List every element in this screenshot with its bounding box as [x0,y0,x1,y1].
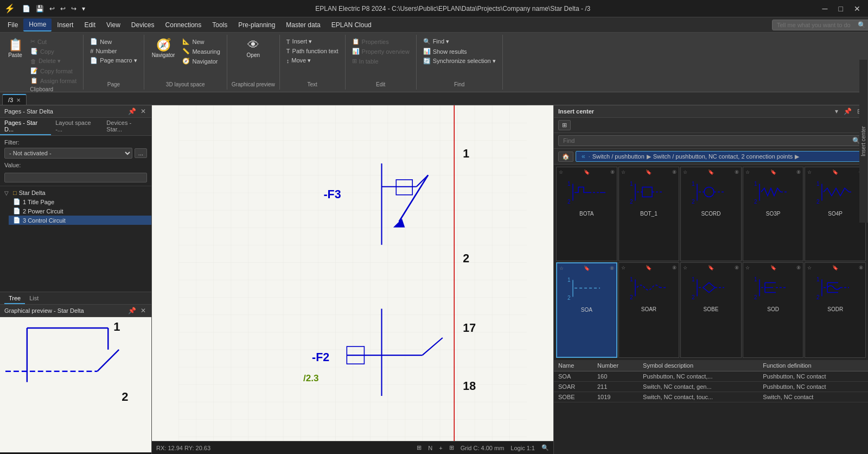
copy-format-button[interactable]: 📝 Copy format [28,66,79,75]
sym-star-soa[interactable]: ☆ [559,266,564,271]
filter-select[interactable]: - Not activated - [4,148,132,159]
tree-item-powercircuit[interactable]: 📄 2 Power Circuit [9,206,151,216]
insert-text-button[interactable]: T Insert ▾ [284,37,341,46]
menu-eplancloud[interactable]: EPLAN Cloud [326,19,377,31]
preview-pin-button[interactable]: 📌 [127,307,137,314]
sym-flag-sod[interactable]: 🔖 [770,265,776,270]
tree-item-stardelta[interactable]: ▽ □ Star Delta [0,188,151,197]
show-results-button[interactable]: 📊 Show results [421,47,498,56]
maximize-button[interactable]: □ [835,3,846,14]
sym-star1[interactable]: ☆ [559,169,563,175]
zoom-icon[interactable]: 🔍 [541,444,549,451]
sym-star-soar[interactable]: ☆ [621,265,626,270]
tab-tree[interactable]: Tree [4,293,25,304]
symbol-BOT1[interactable]: ☆ 🔖 ⑧ 1 2 BOT_1 [618,167,680,261]
properties-button[interactable]: 📋 Properties [350,37,412,46]
tab-close-icon[interactable]: ✕ [16,97,21,103]
tab-list[interactable]: List [25,293,43,304]
sym-flag-bot1[interactable]: 🔖 [646,169,652,175]
page-macro-button[interactable]: 📄 Page macro ▾ [88,56,139,65]
insert-search-input[interactable] [558,135,864,146]
menu-masterdata[interactable]: Master data [280,19,326,31]
qa-undo1[interactable]: ↩ [48,5,56,12]
insert-dropdown-button[interactable]: ▾ [834,108,839,115]
panel-pin-button[interactable]: 📌 [127,108,137,115]
table-icon[interactable]: ⊞ [449,444,454,451]
insert-pin-button[interactable]: 📌 [843,108,853,115]
menu-view[interactable]: View [101,19,126,31]
cut-button[interactable]: ✂ Cut [28,37,79,46]
menu-tools[interactable]: Tools [207,19,233,31]
sym-flag-sobe[interactable]: 🔖 [708,265,714,270]
in-table-button[interactable]: ⊞ In table [350,56,412,66]
tab-pages[interactable]: Pages - Star D... [0,118,51,135]
qa-redo[interactable]: ↪ [69,5,78,12]
copy-button[interactable]: 📑 Copy [28,47,79,56]
close-button[interactable]: ✕ [851,3,864,14]
tree-item-titlepage[interactable]: 📄 1 Title Page [9,197,151,206]
breadcrumb-part1[interactable]: Switch / pushbutton [592,153,644,160]
table-row-sobe[interactable]: SOBE 1019 Switch, NC contact, touc... Sw… [554,392,868,402]
sym-star-bot1[interactable]: ☆ [621,169,626,175]
sym-flag-so4p[interactable]: 🔖 [832,169,838,175]
col-number[interactable]: Number [593,360,639,371]
symbol-SO3P[interactable]: ☆ 🔖 ⑧ 1 2 SO3P [743,167,804,261]
menu-connections[interactable]: Connections [160,19,207,31]
add-icon[interactable]: + [439,445,442,451]
col-symbol-desc[interactable]: Symbol description [639,360,758,371]
move-button[interactable]: ↕ Move ▾ [284,56,341,65]
sym-star-scord[interactable]: ☆ [683,169,687,175]
tab-devices[interactable]: Devices - Star... [102,118,151,135]
panel-close-button[interactable]: ✕ [139,108,147,115]
number-button[interactable]: # Number [88,47,139,55]
paste-button[interactable]: 📋 Paste [4,37,26,70]
menu-insert[interactable]: Insert [52,19,79,31]
new-3d-button[interactable]: 📐 New [180,37,222,46]
sym-star-sodr[interactable]: ☆ [807,265,812,270]
symbol-SO4P[interactable]: ☆ 🔖 ⑧ 1 2 SO4P [805,167,866,261]
menu-edit[interactable]: Edit [79,19,101,31]
ribbon-search-input[interactable] [772,20,868,30]
sym-flag-soa[interactable]: 🔖 [584,266,590,271]
sym-star-sobe[interactable]: ☆ [683,265,687,270]
sym-star-so4p[interactable]: ☆ [807,169,812,175]
filter-extra-button[interactable]: ... [135,148,147,158]
qa-save[interactable]: 💾 [34,5,46,12]
breadcrumb-back-button[interactable]: « [580,153,586,160]
breadcrumb-home-button[interactable]: 🏠 [558,152,573,162]
symbol-SOD[interactable]: ☆ 🔖 ⑧ 1 2 SOD [743,262,804,358]
new-page-button[interactable]: 📄 New [88,37,139,46]
menu-file[interactable]: File [2,19,23,31]
navigator-small-button[interactable]: 🧭 Navigator [180,56,222,66]
minimize-button[interactable]: ─ [819,3,831,14]
col-func-def[interactable]: Function definition [758,360,868,371]
preview-close-button[interactable]: ✕ [139,307,147,314]
open-preview-button[interactable]: 👁 Open [242,37,264,70]
symbol-SOA[interactable]: ☆ 🔖 ⑧ 1 2 SOA [556,262,617,358]
navigator-3d-button[interactable]: 🧭 Navigator [149,37,178,70]
breadcrumb-part2[interactable]: Switch / pushbutton, NC contact, 2 conne… [653,153,793,160]
tab-3[interactable]: /3 ✕ [2,94,27,105]
property-overview-button[interactable]: 📊 Property overview [350,47,412,56]
symbol-SOAR[interactable]: ☆ 🔖 ⑧ 1 2 SOAR [618,262,680,358]
find-button[interactable]: 🔍 Find ▾ [421,37,498,46]
table-row-soar[interactable]: SOAR 211 Switch, NC contact, gen... Push… [554,382,868,392]
synchronize-button[interactable]: 🔄 Synchronize selection ▾ [421,56,498,66]
sym-flag-soar[interactable]: 🔖 [646,265,652,270]
tree-item-controlcircuit[interactable]: 📄 3 Control Circuit [9,216,151,225]
symbol-SOBE[interactable]: ☆ 🔖 ⑧ 1 2 SOBE [680,262,742,358]
table-row-soa[interactable]: SOA 160 Pushbutton, NC contact,... Pushb… [554,371,868,382]
measuring-button[interactable]: 📏 Measuring [180,47,222,56]
value-input[interactable] [4,173,147,182]
sym-flag-scord[interactable]: 🔖 [708,169,714,175]
sym-star-sod[interactable]: ☆ [745,265,750,270]
qa-new[interactable]: 📄 [21,5,32,12]
sym-flag-sodr[interactable]: 🔖 [832,265,838,270]
col-name[interactable]: Name [554,360,593,371]
delete-button[interactable]: 🗑 Delete ▾ [28,56,79,66]
menu-home[interactable]: Home [23,18,52,31]
symbol-SODR[interactable]: ☆ 🔖 ⑧ 1 2 SODR [805,262,866,358]
sym-flag1[interactable]: 🔖 [584,169,590,175]
assign-format-button[interactable]: 📋 Assign format [28,76,79,85]
symbol-BOTA[interactable]: ☆ 🔖 ⑧ 1 2 BOTA [556,167,617,261]
